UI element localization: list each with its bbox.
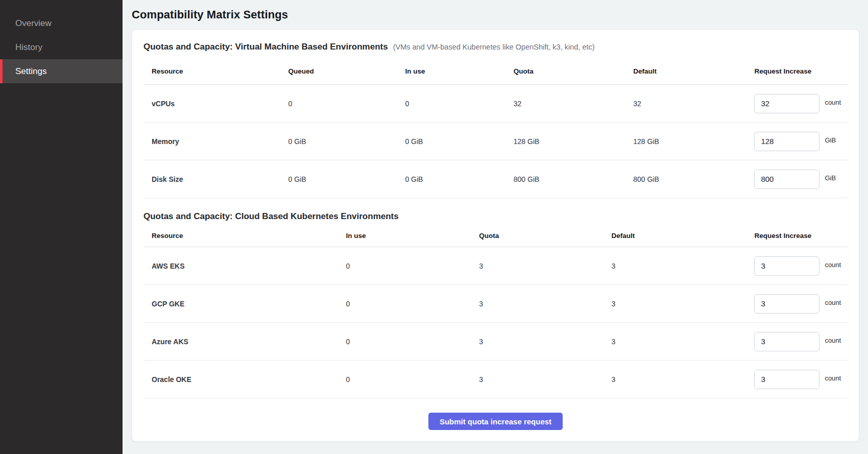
column-header-in-use: In use [338,222,471,247]
sidebar-item-label: Settings [15,66,46,77]
vm-quota-table: Resource Queued In use Quota Default Req… [143,52,848,198]
vm-section-header: Quotas and Capacity: Virtual Machine Bas… [143,42,848,52]
queued-value: 0 GiB [280,123,397,160]
request-increase-field: GiB [754,132,843,151]
column-header-in-use: In use [397,52,505,85]
unit-label: count [825,299,849,306]
default-value: 3 [603,285,746,323]
quota-value: 800 GiB [505,160,625,198]
column-header-resource: Resource [143,52,280,85]
sidebar-nav: Overview History Settings [0,11,123,83]
table-row-oracle-oke: Oracle OKE 0 3 3 count [143,361,848,398]
main-content: Compatibility Matrix Settings Quotas and… [123,0,868,454]
sidebar-item-history[interactable]: History [0,35,123,59]
quota-value: 3 [471,361,603,398]
cloud-quota-table: Resource In use Quota Default Request In… [143,222,848,398]
in-use-value: 0 [338,247,471,285]
table-row-gcp-gke: GCP GKE 0 3 3 count [143,285,848,323]
unit-label: count [825,374,849,382]
cloud-section-title: Quotas and Capacity: Cloud Based Kuberne… [143,211,848,222]
vm-table-header-row: Resource Queued In use Quota Default Req… [143,52,848,85]
default-value: 3 [603,361,746,398]
unit-label: GiB [825,174,849,182]
column-header-request-increase: Request Increase [746,52,848,85]
vcpus-request-input[interactable] [754,94,819,113]
column-header-default: Default [625,52,746,85]
quota-value: 128 GiB [505,123,625,160]
sidebar-item-label: Overview [15,18,52,29]
quota-value: 3 [471,247,603,285]
sidebar-item-overview[interactable]: Overview [0,11,123,35]
sidebar-item-settings[interactable]: Settings [0,59,123,83]
request-increase-field: GiB [754,170,843,189]
request-increase-field: count [754,332,843,351]
table-row-azure-aks: Azure AKS 0 3 3 count [143,323,848,361]
memory-request-input[interactable] [754,132,819,151]
column-header-request-increase: Request Increase [746,222,848,247]
quota-value: 3 [471,323,603,361]
table-row-memory: Memory 0 GiB 0 GiB 128 GiB 128 GiB GiB [143,123,848,160]
azure-aks-request-input[interactable] [754,332,819,351]
default-value: 32 [625,85,746,123]
resource-name: Azure AKS [143,323,338,361]
table-row-aws-eks: AWS EKS 0 3 3 count [143,247,848,285]
disk-size-request-input[interactable] [754,170,819,189]
column-header-queued: Queued [280,52,397,85]
resource-name: Disk Size [143,160,280,198]
page-title: Compatibility Matrix Settings [132,8,859,21]
sidebar-item-label: History [15,42,42,53]
request-increase-field: count [754,256,843,276]
aws-eks-request-input[interactable] [754,256,819,276]
column-header-quota: Quota [505,52,625,85]
in-use-value: 0 GiB [397,123,505,160]
default-value: 800 GiB [625,160,746,198]
in-use-value: 0 [338,323,471,361]
resource-name: vCPUs [143,85,280,123]
in-use-value: 0 GiB [397,160,505,198]
in-use-value: 0 [338,361,471,398]
queued-value: 0 GiB [280,160,397,198]
quota-settings-card: Quotas and Capacity: Virtual Machine Bas… [132,29,859,442]
vm-section-title: Quotas and Capacity: Virtual Machine Bas… [143,42,388,52]
unit-label: count [825,99,849,106]
default-value: 3 [603,247,746,285]
quota-value: 32 [505,85,625,123]
resource-name: Memory [143,123,280,160]
table-row-disk-size: Disk Size 0 GiB 0 GiB 800 GiB 800 GiB Gi… [143,160,848,198]
default-value: 3 [603,323,746,361]
gcp-gke-request-input[interactable] [754,294,819,314]
resource-name: AWS EKS [143,247,338,285]
column-header-quota: Quota [471,222,603,247]
submit-quota-increase-button[interactable]: Submit quota increase request [428,413,563,430]
request-increase-field: count [754,294,843,314]
resource-name: GCP GKE [143,285,338,323]
oracle-oke-request-input[interactable] [754,370,819,389]
active-indicator [0,59,3,83]
vm-section-subtitle: (VMs and VM-based Kubernetes like OpenSh… [393,43,595,51]
default-value: 128 GiB [625,123,746,160]
column-header-resource: Resource [143,222,338,247]
resource-name: Oracle OKE [143,361,338,398]
column-header-default: Default [603,222,746,247]
submit-button-row: Submit quota increase request [143,413,848,430]
queued-value: 0 [280,85,397,123]
cloud-table-header-row: Resource In use Quota Default Request In… [143,222,848,247]
in-use-value: 0 [397,85,505,123]
request-increase-field: count [754,94,843,113]
table-row-vcpus: vCPUs 0 0 32 32 count [143,85,848,123]
unit-label: count [825,337,849,344]
unit-label: count [825,261,849,269]
quota-value: 3 [471,285,603,323]
sidebar: Overview History Settings [0,0,123,454]
request-increase-field: count [754,370,843,389]
in-use-value: 0 [338,285,471,323]
unit-label: GiB [825,136,849,144]
